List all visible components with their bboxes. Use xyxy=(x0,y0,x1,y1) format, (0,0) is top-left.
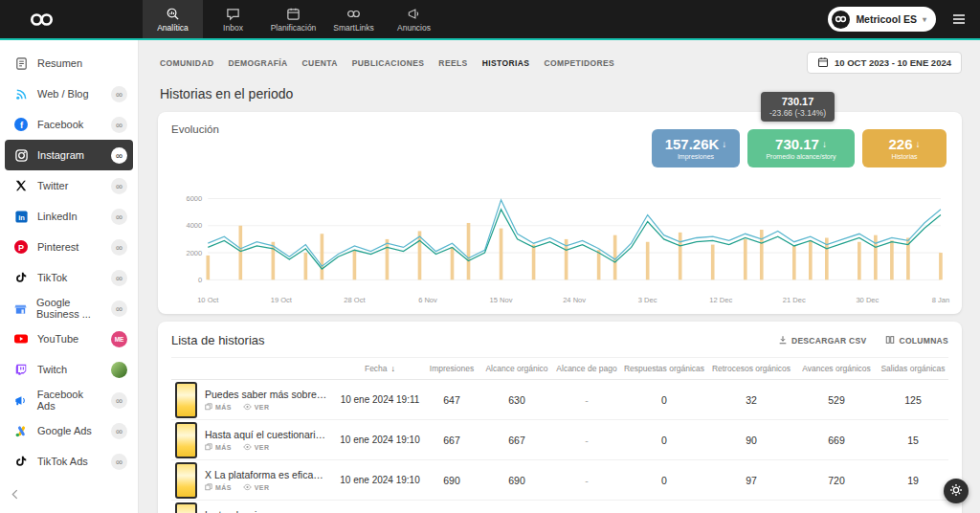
evolution-chart[interactable]: 020004000600010 Oct19 Oct28 Oct6 Nov15 N… xyxy=(169,184,950,310)
view-button[interactable]: VER xyxy=(243,443,270,452)
app-root: AnalíticaInboxPlanificaciónSmartLinksAnu… xyxy=(0,0,980,513)
tab-reels[interactable]: REELS xyxy=(438,58,467,68)
stories-list-head: Lista de historias DESCARGAR CSVCOLUMNAS xyxy=(171,333,948,347)
sidebar-item-facebook-ads[interactable]: Facebook Ads∞ xyxy=(5,385,133,415)
infinity-badge: ∞ xyxy=(111,117,127,133)
facebook-icon: f xyxy=(13,117,29,132)
column-header-respuestas-org-nicas[interactable]: Respuestas orgánicas xyxy=(621,364,707,373)
story-title: X La plataforma es eficaz ... xyxy=(205,469,327,480)
story-metric-value: 0 xyxy=(621,435,707,446)
infinity-badge: ∞ xyxy=(111,209,127,225)
sidebar-item-instagram[interactable]: Instagram∞ xyxy=(5,140,133,170)
svg-text:2000: 2000 xyxy=(186,249,202,257)
more-button[interactable]: MÁS xyxy=(205,443,232,452)
settings-fab[interactable] xyxy=(944,479,969,503)
sidebar-item-tiktok-ads[interactable]: TikTok Ads∞ xyxy=(5,446,133,477)
nav-label: SmartLinks xyxy=(333,23,374,33)
story-date: 10 ene 2024 19:11 xyxy=(338,394,422,405)
view-button[interactable]: VER xyxy=(243,403,270,412)
sidebar-item-linkedin[interactable]: inLinkedIn∞ xyxy=(5,201,133,232)
sidebar-item-twitch[interactable]: Twitch xyxy=(5,354,133,385)
column-header-alcance-de-pago[interactable]: Alcance de pago xyxy=(552,364,621,373)
tiktok-icon xyxy=(13,270,29,285)
metricool-logo[interactable] xyxy=(29,11,55,28)
story-metric-value: 690 xyxy=(481,475,552,486)
story-thumbnail[interactable] xyxy=(175,422,197,458)
sidebar-item-facebook[interactable]: fFacebook∞ xyxy=(5,109,133,140)
nav-label: Analítica xyxy=(157,23,189,33)
sidebar-item-pinterest[interactable]: PPinterest∞ xyxy=(5,232,133,262)
sidebar-item-web-blog[interactable]: Web / Blog∞ xyxy=(5,78,133,109)
topbar: AnalíticaInboxPlanificaciónSmartLinksAnu… xyxy=(0,0,980,38)
svg-text:30 Dec: 30 Dec xyxy=(856,295,879,303)
story-metric-value: 90 xyxy=(707,435,795,446)
column-header-retrocesos-org-nicos[interactable]: Retrocesos orgánicos xyxy=(707,364,795,373)
sidebar-item-tiktok[interactable]: TikTok∞ xyxy=(5,262,133,293)
trend-down-icon: ↓ xyxy=(916,137,921,152)
sidebar-item-label: Pinterest xyxy=(37,241,78,253)
metric-card-historias: 226↓Historias xyxy=(862,129,947,167)
story-metric-value: 97 xyxy=(707,475,795,486)
column-header-alcance-org-nico[interactable]: Alcance orgánico xyxy=(481,364,552,373)
nav-label: Inbox xyxy=(223,23,243,33)
download-icon xyxy=(778,335,788,346)
sidebar-collapse-button[interactable] xyxy=(11,486,18,503)
tooltip-delta: -23.66 (-3.14%) xyxy=(769,108,826,118)
svg-text:15 Nov: 15 Nov xyxy=(490,295,513,303)
story-metric-value: 720 xyxy=(795,475,878,486)
more-button[interactable]: MÁS xyxy=(205,403,232,412)
tab-demograf-a[interactable]: DEMOGRAFÍA xyxy=(228,58,287,68)
date-range-picker[interactable]: 10 OCT 2023 - 10 ENE 2024 xyxy=(807,52,962,74)
column-header-fecha[interactable]: Fecha↓ xyxy=(338,364,422,373)
tab-comunidad[interactable]: COMUNIDAD xyxy=(160,58,213,68)
story-metric-value: 667 xyxy=(422,435,481,446)
column-header-impresiones[interactable]: Impresiones xyxy=(422,364,481,373)
tab-publicaciones[interactable]: PUBLICACIONES xyxy=(352,58,425,68)
view-button[interactable]: VER xyxy=(243,483,270,492)
story-metric-value: 125 xyxy=(878,394,948,406)
story-cell: X La plataforma es eficaz ...MÁSVER xyxy=(171,462,338,499)
metric-card-promedio-alcance-story: 730.17↓Promedio alcance/story xyxy=(747,129,855,167)
sidebar-item-twitter[interactable]: Twitter∞ xyxy=(5,170,133,201)
infinity-logo-icon xyxy=(29,11,55,28)
nav-anal-tica[interactable]: Analítica xyxy=(143,0,203,38)
story-thumbnail[interactable] xyxy=(175,382,197,418)
sidebar-item-resumen[interactable]: Resumen xyxy=(5,48,133,78)
tab-cuenta[interactable]: CUENTA xyxy=(302,58,338,68)
story-thumbnail[interactable] xyxy=(175,462,197,499)
story-row[interactable]: La tendencia para crecer se ...MÁSVER10 … xyxy=(171,501,948,513)
more-button[interactable]: MÁS xyxy=(205,483,232,492)
svg-text:3 Dec: 3 Dec xyxy=(638,295,657,303)
sidebar-item-google-ads[interactable]: Google Ads∞ xyxy=(5,415,133,446)
story-thumbnail[interactable] xyxy=(175,502,197,513)
tab-competidores[interactable]: COMPETIDORES xyxy=(544,58,614,68)
columnas-button[interactable]: COLUMNAS xyxy=(885,335,948,346)
story-row[interactable]: Hasta aquí el cuestionario. ...MÁSVER10 … xyxy=(171,420,948,460)
account-switcher[interactable]: Metricool ES ▾ xyxy=(828,7,936,32)
sidebar-item-google-business[interactable]: Google Business ...∞ xyxy=(5,293,133,323)
story-title: Puedes saber más sobre ... xyxy=(205,389,327,400)
story-title: La tendencia para crecer se ... xyxy=(205,509,327,513)
story-metric-value: 0 xyxy=(621,475,707,486)
descargar-csv-button[interactable]: DESCARGAR CSV xyxy=(778,335,867,346)
column-header-salidas-org-nicas[interactable]: Salidas orgánicas xyxy=(878,364,948,373)
nav-smartlinks[interactable]: SmartLinks xyxy=(323,0,384,38)
inbox-icon xyxy=(226,7,240,21)
linkedin-icon: in xyxy=(13,209,29,224)
pinterest-icon: P xyxy=(13,239,29,255)
story-metric-value: 669 xyxy=(795,435,878,446)
nav-planificaci-n[interactable]: Planificación xyxy=(263,0,323,38)
tab-historias[interactable]: HISTORIAS xyxy=(482,58,530,68)
column-header-avances-org-nicos[interactable]: Avances orgánicos xyxy=(795,364,878,373)
menu-icon[interactable] xyxy=(951,11,967,27)
story-row[interactable]: X La plataforma es eficaz ...MÁSVER10 en… xyxy=(171,460,948,501)
nav-anuncios[interactable]: Anuncios xyxy=(384,0,444,38)
infinity-badge: ∞ xyxy=(111,301,127,317)
story-row[interactable]: Puedes saber más sobre ...MÁSVER10 ene 2… xyxy=(171,380,948,420)
page-title: Historias en el periodo xyxy=(160,86,980,101)
nav-inbox[interactable]: Inbox xyxy=(203,0,263,38)
evolution-card: Evolución 157.26K↓Impresiones730.17↓Prom… xyxy=(158,112,962,314)
infinity-badge: ∞ xyxy=(111,454,127,470)
metric-label: Impresiones xyxy=(678,153,714,160)
sidebar-item-youtube[interactable]: YouTubeME xyxy=(5,323,133,354)
